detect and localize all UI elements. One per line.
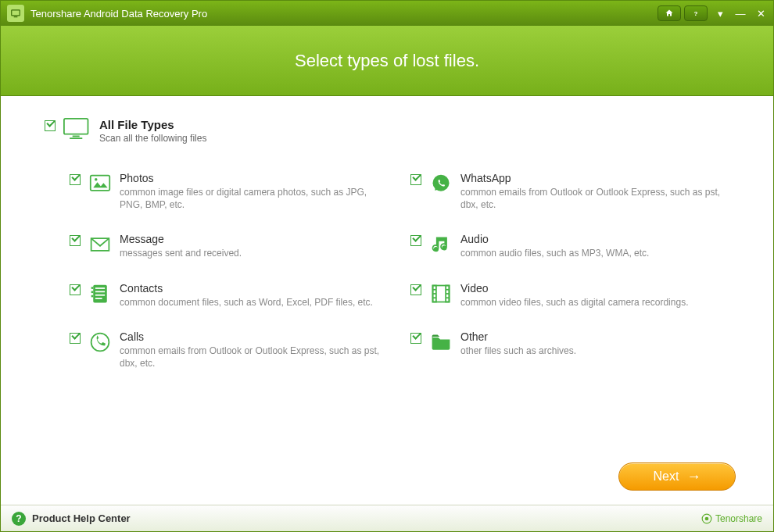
- contacts-desc: common document files, such as Word, Exc…: [120, 296, 373, 309]
- audio-name: Audio: [460, 233, 649, 245]
- message-checkbox[interactable]: [70, 235, 81, 246]
- svg-marker-7: [93, 182, 107, 187]
- svg-rect-5: [70, 137, 82, 139]
- svg-rect-4: [73, 135, 80, 137]
- type-message: Message messages sent and received.: [70, 233, 387, 259]
- type-calls: Calls common emails from Outlook or Outl…: [70, 330, 387, 370]
- photos-checkbox[interactable]: [70, 174, 81, 185]
- audio-checkbox[interactable]: [410, 235, 421, 246]
- audio-desc: common audio files, such as MP3, WMA, et…: [460, 247, 649, 259]
- whatsapp-desc: common emails from Outlook or Outlook Ex…: [460, 186, 726, 211]
- whatsapp-name: WhatsApp: [460, 172, 726, 184]
- type-other: Other other files such as archives.: [410, 330, 728, 370]
- all-file-types-row: All File Types Scan all the following fi…: [45, 118, 736, 144]
- page-heading: Select types of lost files.: [295, 51, 479, 71]
- svg-rect-20: [91, 295, 94, 297]
- svg-rect-15: [95, 291, 105, 292]
- other-name: Other: [460, 330, 576, 343]
- message-desc: messages sent and received.: [120, 247, 242, 259]
- app-logo-icon: [7, 5, 24, 22]
- contacts-checkbox[interactable]: [70, 284, 81, 295]
- film-icon: [429, 282, 453, 305]
- video-desc: common video files, such as digital came…: [460, 296, 688, 309]
- page-header: Select types of lost files.: [1, 26, 773, 96]
- calls-desc: common emails from Outlook or Outlook Ex…: [120, 345, 385, 370]
- svg-rect-14: [95, 287, 105, 289]
- all-subtitle: Scan all the following files: [99, 133, 206, 144]
- next-button[interactable]: Next →: [618, 462, 736, 491]
- footer-bar: ? Product Help Center Tenorshare: [1, 505, 773, 531]
- svg-rect-13: [93, 284, 107, 302]
- svg-rect-18: [91, 287, 94, 289]
- svg-point-11: [434, 247, 439, 252]
- svg-rect-1: [14, 16, 18, 17]
- all-title: All File Types: [99, 118, 206, 131]
- svg-point-12: [442, 246, 446, 251]
- type-video: Video common video files, such as digita…: [410, 282, 728, 309]
- svg-rect-17: [95, 298, 102, 299]
- address-book-icon: [88, 282, 112, 305]
- help-button[interactable]: ?: [684, 5, 708, 21]
- next-label: Next: [654, 470, 679, 484]
- svg-text:?: ?: [694, 10, 698, 17]
- type-whatsapp: WhatsApp common emails from Outlook or O…: [410, 172, 728, 211]
- dropdown-button[interactable]: ▾: [712, 5, 728, 21]
- video-checkbox[interactable]: [410, 284, 421, 295]
- arrow-right-icon: →: [686, 470, 701, 484]
- titlebar: Tenorshare Android Data Recovery Pro ? ▾…: [1, 1, 773, 26]
- video-name: Video: [460, 282, 688, 295]
- app-window: Tenorshare Android Data Recovery Pro ? ▾…: [0, 0, 774, 532]
- brand-label: Tenorshare: [715, 513, 762, 524]
- type-photos: Photos common image files or digital cam…: [70, 172, 387, 211]
- home-button[interactable]: [658, 5, 681, 21]
- whatsapp-icon: [429, 172, 453, 195]
- svg-point-30: [91, 333, 109, 351]
- calls-name: Calls: [120, 330, 385, 343]
- close-button[interactable]: ✕: [753, 5, 769, 21]
- other-desc: other files such as archives.: [460, 345, 576, 357]
- svg-rect-19: [91, 291, 94, 293]
- brand-icon: [701, 513, 712, 524]
- type-contacts: Contacts common document files, such as …: [70, 282, 387, 309]
- envelope-icon: [88, 233, 112, 256]
- svg-rect-3: [64, 119, 88, 134]
- music-note-icon: [429, 233, 453, 256]
- all-file-types-checkbox[interactable]: [45, 120, 56, 131]
- other-checkbox[interactable]: [410, 333, 421, 344]
- help-icon: ?: [12, 512, 26, 526]
- svg-point-8: [95, 178, 98, 181]
- calls-checkbox[interactable]: [70, 333, 81, 344]
- file-type-grid: Photos common image files or digital cam…: [70, 172, 728, 370]
- photos-desc: common image files or digital camera pho…: [120, 186, 385, 211]
- message-name: Message: [120, 233, 242, 245]
- photos-icon: [88, 172, 112, 195]
- app-title: Tenorshare Android Data Recovery Pro: [30, 8, 207, 20]
- contacts-name: Contacts: [120, 282, 373, 295]
- help-center-link[interactable]: Product Help Center: [32, 512, 131, 524]
- type-audio: Audio common audio files, such as MP3, W…: [410, 233, 728, 259]
- svg-rect-6: [91, 176, 110, 191]
- brand-link[interactable]: Tenorshare: [701, 513, 762, 524]
- monitor-icon: [63, 118, 91, 140]
- folder-icon: [429, 330, 453, 354]
- svg-rect-0: [12, 10, 20, 16]
- whatsapp-checkbox[interactable]: [410, 174, 421, 185]
- minimize-button[interactable]: —: [733, 5, 748, 21]
- photos-name: Photos: [120, 172, 385, 184]
- content-panel: All File Types Scan all the following fi…: [1, 96, 773, 505]
- phone-icon: [88, 330, 112, 354]
- svg-rect-16: [95, 294, 105, 295]
